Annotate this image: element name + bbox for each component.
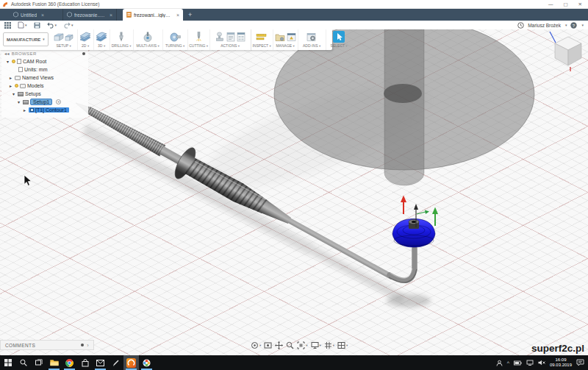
- ribbon-group-drilling[interactable]: DRILLING ▾: [110, 29, 133, 50]
- ribbon-group-inspect[interactable]: INSPECT ▾: [251, 29, 273, 50]
- browser-row-setups[interactable]: ▾ Setups: [1, 90, 88, 98]
- help-menu-caret-icon[interactable]: ▾: [581, 23, 584, 27]
- close-icon[interactable]: ✕: [578, 1, 582, 8]
- fusion360-taskbar-icon[interactable]: [123, 355, 139, 370]
- save-button[interactable]: [34, 22, 40, 29]
- ribbon-group-addins[interactable]: ADD-INS ▾: [298, 29, 326, 50]
- fit-button[interactable]: ▾: [297, 341, 307, 349]
- tab-untitled[interactable]: Untitled ×: [10, 9, 63, 21]
- tab-label: frezowanie...igły*(1): [74, 13, 105, 18]
- pan-button[interactable]: [275, 341, 283, 349]
- show-hidden-icons[interactable]: ^: [507, 360, 509, 366]
- browser-row-label: Named Views: [22, 75, 54, 80]
- tab-label: frezowani...igły*(1): [134, 13, 172, 18]
- setup-icon: [53, 32, 75, 42]
- user-name[interactable]: Mariusz Brożek: [528, 23, 561, 28]
- multi-axis-icon: [143, 32, 154, 42]
- volume-muted-icon[interactable]: [538, 360, 545, 366]
- add-operation-icon[interactable]: +: [56, 99, 61, 104]
- maximize-icon[interactable]: ▢: [563, 1, 567, 8]
- fusion-logo-icon: [2, 1, 8, 7]
- browser-options-icon[interactable]: [82, 52, 85, 55]
- ribbon-group-manage[interactable]: MANAGE ▾: [273, 29, 298, 50]
- ribbon-group-turning[interactable]: TURNING ▾: [162, 29, 187, 50]
- ribbon-group-multiaxis[interactable]: MULTI-AXIS ▾: [133, 29, 162, 50]
- zoom-button[interactable]: [286, 341, 294, 349]
- ribbon-group-3d[interactable]: 3D ▾: [93, 29, 110, 50]
- collapse-panel-icon[interactable]: ◂◂: [4, 51, 10, 56]
- task-view-icon[interactable]: [31, 355, 46, 370]
- viewports-button[interactable]: ▾: [337, 341, 348, 349]
- expand-caret-icon[interactable]: ▾: [5, 59, 10, 64]
- pen-workspace-icon[interactable]: [108, 355, 123, 370]
- selected-dome-body[interactable]: [392, 219, 435, 248]
- visibility-bulb-icon[interactable]: [15, 84, 18, 88]
- job-status-clock-icon[interactable]: [517, 22, 524, 29]
- tab-label: Untitled: [21, 13, 37, 18]
- tab-close-icon[interactable]: ×: [41, 13, 44, 18]
- ribbon-group-cutting[interactable]: CUTTING ▾: [187, 29, 209, 50]
- viewport-3d-scene[interactable]: [0, 29, 588, 355]
- visibility-bulb-icon[interactable]: [12, 60, 15, 63]
- taskbar-search-icon[interactable]: [15, 355, 31, 370]
- setups-icon: [18, 92, 24, 96]
- ribbon-group-setup[interactable]: SETUP ▾: [51, 29, 77, 50]
- file-explorer-icon[interactable]: [46, 355, 62, 370]
- battery-icon[interactable]: [514, 360, 522, 366]
- time-text: 16:09: [550, 357, 572, 363]
- display-settings-button[interactable]: ▾: [311, 341, 321, 349]
- ribbon-group-2d[interactable]: 2D ▾: [77, 29, 93, 50]
- network-icon[interactable]: [526, 360, 534, 366]
- browser-row-setup1[interactable]: ▾ Setup1 +: [1, 98, 88, 106]
- tab-frezowanie-active[interactable]: frezowani...igły*(1) ×: [123, 9, 183, 21]
- redo-button[interactable]: ▾: [63, 22, 74, 29]
- cutting-icon: [194, 32, 204, 42]
- photos-icon[interactable]: [139, 355, 154, 370]
- file-menu-button[interactable]: ▾: [18, 21, 27, 29]
- mail-icon[interactable]: [93, 355, 108, 370]
- browser-row-models[interactable]: ▸ Models: [1, 82, 88, 90]
- windows-taskbar: ^ 16:09 09.03.2019: [0, 355, 588, 370]
- grid-snaps-button[interactable]: ▾: [324, 341, 334, 349]
- tab-frezowanie[interactable]: frezowanie...igły*(1) ×: [63, 9, 117, 21]
- collapsed-caret-icon[interactable]: ▸: [22, 107, 27, 113]
- collapsed-caret-icon[interactable]: ▸: [8, 75, 13, 80]
- browser-row-contour1[interactable]: ▸ [T1] Contour1: [1, 106, 88, 114]
- workspace-selector[interactable]: MANUFACTURE▾: [3, 32, 49, 46]
- look-at-button[interactable]: [264, 341, 272, 349]
- selected-setup[interactable]: Setup1: [30, 99, 52, 105]
- selected-operation[interactable]: [T1] Contour1: [29, 107, 69, 113]
- viewport-canvas[interactable]: [0, 29, 588, 355]
- orbit-button[interactable]: ▾: [251, 341, 261, 349]
- app-grid-icon[interactable]: [4, 22, 11, 29]
- comments-expand-icon[interactable]: ›: [87, 343, 89, 348]
- start-button[interactable]: [0, 355, 15, 370]
- ribbon-toolbar: MANUFACTURE▾ SETUP ▾ 2D ▾ 3D ▾ DRILLING …: [0, 29, 332, 50]
- minimize-icon[interactable]: —: [548, 1, 553, 8]
- undo-button[interactable]: ▾: [47, 22, 57, 29]
- ribbon-group-actions[interactable]: ACTIONS ▾: [209, 29, 251, 50]
- collapsed-caret-icon[interactable]: ▸: [8, 83, 13, 88]
- people-icon[interactable]: [496, 360, 503, 366]
- action-center-icon[interactable]: [576, 359, 584, 366]
- comments-bar[interactable]: COMMENTS ›: [0, 340, 94, 350]
- user-menu-caret-icon[interactable]: ▾: [565, 23, 567, 27]
- expand-caret-icon[interactable]: ▾: [11, 91, 16, 96]
- expand-caret-icon[interactable]: ▾: [16, 99, 21, 104]
- comments-label: COMMENTS: [5, 343, 35, 348]
- taskbar-clock[interactable]: 16:09 09.03.2019: [550, 357, 572, 368]
- 3d-milling-icon: [96, 32, 107, 42]
- browser-row-cam-root[interactable]: ▾ CAM Root: [1, 57, 88, 65]
- browser-header[interactable]: ◂◂ BROWSER: [1, 49, 88, 57]
- tube-elbow[interactable]: [389, 249, 417, 282]
- view-cube[interactable]: [550, 32, 581, 71]
- store-icon[interactable]: [77, 355, 93, 370]
- help-icon[interactable]: ?: [570, 22, 577, 29]
- tab-close-icon[interactable]: ×: [176, 13, 179, 18]
- new-tab-icon[interactable]: +: [188, 9, 192, 21]
- chrome-icon[interactable]: [62, 355, 77, 370]
- ribbon-group-select[interactable]: SELECT ▾: [326, 29, 352, 50]
- tab-close-icon[interactable]: ×: [110, 13, 112, 18]
- browser-row-units[interactable]: Units: mm: [1, 65, 88, 74]
- browser-row-named-views[interactable]: ▸ Named Views: [1, 74, 88, 82]
